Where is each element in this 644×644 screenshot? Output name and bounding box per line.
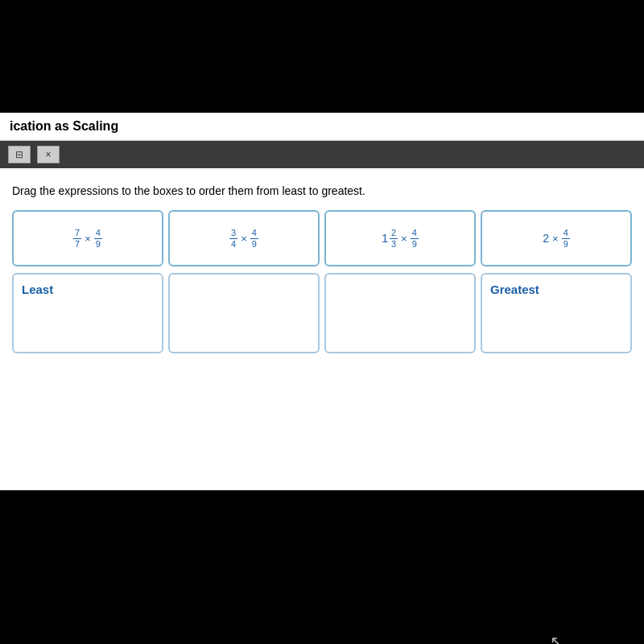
fraction-4-9-2: 4 9 [250,228,258,248]
whole-number-1: 1 [382,232,388,245]
main-content: Drag the expressions to the boxes to ord… [0,168,644,490]
times-4: × [552,233,559,245]
top-black-bar [0,0,644,113]
drop-box-2[interactable] [168,273,320,353]
drop-box-least[interactable]: Least [12,273,163,353]
fraction-4-9-4: 4 9 [562,228,570,248]
fraction-4-9-1: 4 9 [94,228,102,248]
drop-box-greatest[interactable]: Greatest [481,273,632,353]
drop-box-3[interactable] [324,273,476,353]
times-1: × [85,233,91,245]
fraction-2-3: 2 3 [390,228,398,248]
bottom-black-bar: ↖ [0,490,644,644]
drop-label-greatest: Greatest [490,283,539,296]
toolbar: ⊟ × [0,141,644,168]
expression-box-2[interactable]: 3 4 × 4 9 [168,210,320,266]
toolbar-button-1[interactable]: ⊟ [8,146,31,163]
instructions-text: Drag the expressions to the boxes to ord… [12,184,632,197]
expressions-row: 7 7 × 4 9 3 4 × 4 9 1 [12,210,632,266]
toolbar-close-button[interactable]: × [37,146,60,163]
fraction-4-9-3: 4 9 [411,228,419,248]
whole-number-2: 2 [543,232,549,245]
times-2: × [241,233,247,245]
title-text: ication as Scaling [10,119,118,133]
drop-label-least: Least [22,283,53,296]
expression-box-1[interactable]: 7 7 × 4 9 [12,210,163,266]
drop-row: Least Greatest [12,273,632,353]
expression-box-4[interactable]: 2 × 4 9 [481,210,632,266]
times-3: × [401,233,407,245]
fraction-7-7: 7 7 [73,228,81,248]
fraction-3-4: 3 4 [229,228,237,248]
cursor-icon: ↖ [550,632,564,644]
expression-box-3[interactable]: 1 2 3 × 4 9 [324,210,476,266]
mixed-number-1-2-3: 1 2 3 [382,228,398,248]
title-bar: ication as Scaling [0,113,644,141]
